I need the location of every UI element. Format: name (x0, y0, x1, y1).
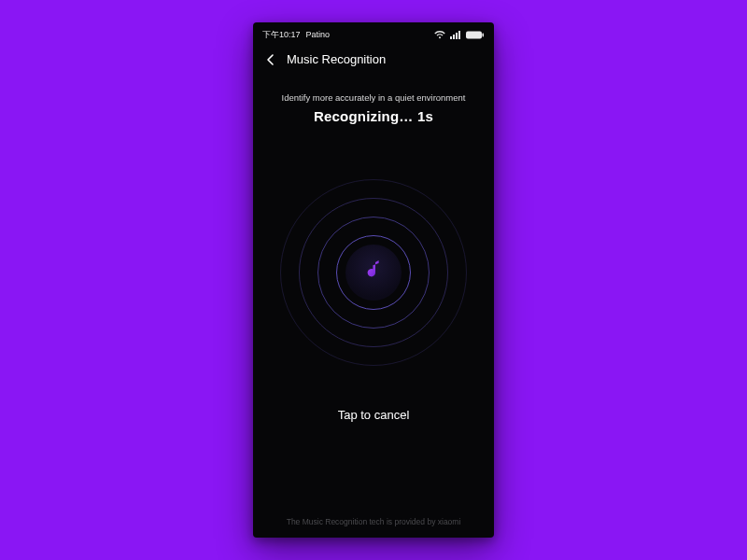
cancel-button[interactable]: Tap to cancel (253, 408, 494, 422)
signal-icon (450, 31, 461, 39)
back-icon[interactable] (264, 53, 277, 66)
nav-bar: Music Recognition (253, 43, 494, 70)
page-title: Music Recognition (287, 52, 386, 66)
status-time: 下午10:17 (262, 29, 301, 41)
svg-rect-1 (453, 35, 455, 39)
phone-frame: 下午10:17 Patino Music Recognition Identif… (253, 22, 494, 538)
footer-credit: The Music Recognition tech is provided b… (253, 517, 494, 526)
svg-rect-4 (466, 31, 482, 38)
ripple-visual[interactable] (253, 156, 494, 389)
battery-icon (466, 31, 485, 39)
status-right (434, 31, 485, 39)
status-bar: 下午10:17 Patino (253, 26, 494, 43)
recognizing-status: Recognizing… 1s (253, 108, 494, 124)
hint-text: Identify more accurately in a quiet envi… (253, 92, 494, 103)
wifi-icon (434, 31, 445, 39)
svg-rect-5 (483, 33, 485, 36)
music-note-icon (360, 258, 387, 287)
svg-rect-2 (456, 33, 458, 39)
svg-rect-3 (458, 31, 460, 39)
svg-rect-0 (450, 36, 452, 39)
center-disc (345, 245, 402, 301)
status-left: 下午10:17 Patino (262, 29, 330, 41)
status-carrier: Patino (306, 30, 331, 39)
